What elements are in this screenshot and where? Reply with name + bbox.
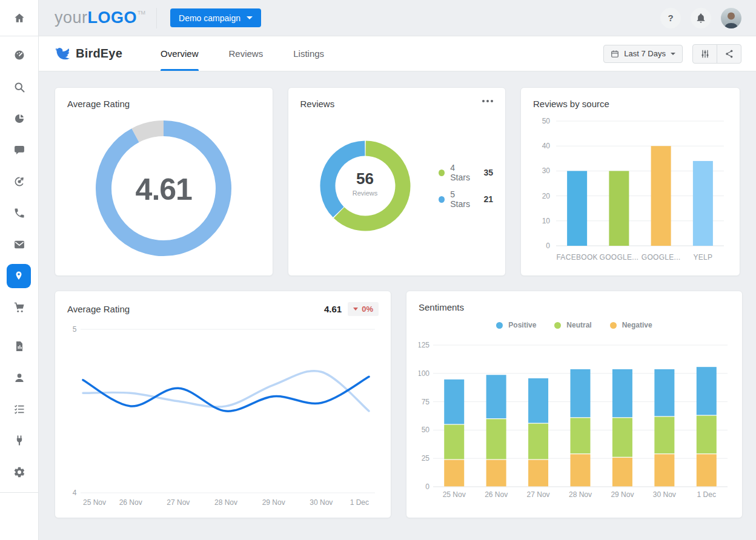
axis-tick-label: 10 xyxy=(542,217,551,225)
bell-icon xyxy=(695,13,706,24)
tab-listings[interactable]: Listings xyxy=(278,36,339,71)
bar-google... xyxy=(609,171,629,246)
legend-value: 35 xyxy=(483,168,493,177)
caret-down-icon xyxy=(671,53,675,55)
sidebar-item-calls[interactable] xyxy=(0,201,38,225)
legend-item-5-stars[interactable]: 5 Stars 21 xyxy=(439,189,494,209)
card-average-rating: Average Rating 4.61 xyxy=(55,87,273,276)
caret-down-icon xyxy=(247,16,253,19)
sidebar-item-messages[interactable] xyxy=(0,138,38,162)
axis-tick-label: 4 xyxy=(73,489,77,497)
tab-listings-label: Listings xyxy=(293,48,324,59)
legend-value: 21 xyxy=(483,194,493,204)
tab-reviews-label: Reviews xyxy=(229,48,264,59)
brand-logo: your LOGO TM xyxy=(55,8,145,27)
pie-chart-icon xyxy=(13,113,25,125)
stack-segment-negative xyxy=(444,460,464,487)
donut-center: 56 Reviews xyxy=(314,170,417,197)
date-range-label: Last 7 Days xyxy=(624,49,666,58)
stack-segment-positive xyxy=(571,369,591,417)
stack-segment-positive xyxy=(654,369,674,416)
search-icon xyxy=(13,81,25,93)
sidebar-item-integrations[interactable] xyxy=(0,429,38,453)
caret-down-icon xyxy=(353,308,358,311)
stack-segment-positive xyxy=(528,378,548,423)
top-header: your LOGO TM Demo campaign ? xyxy=(0,0,756,36)
more-options-icon[interactable] xyxy=(482,100,493,102)
card-reviews-by-source: Reviews by source 01020304050FACEBOOKGOO… xyxy=(520,87,740,276)
report-action-group xyxy=(692,44,741,64)
help-icon: ? xyxy=(668,13,673,23)
stack-segment-neutral xyxy=(571,418,591,453)
stack-segment-neutral xyxy=(486,419,506,459)
axis-tick-label: 30 xyxy=(542,166,551,175)
card-title: Reviews by source xyxy=(533,99,728,109)
legend-item-neutral[interactable]: Neutral xyxy=(554,321,591,329)
sidebar-item-dashboard[interactable] xyxy=(0,43,38,67)
bar-facebook xyxy=(567,171,587,246)
tab-reviews[interactable]: Reviews xyxy=(214,36,279,71)
help-button[interactable]: ? xyxy=(660,8,681,28)
trend-current-value: 4.61 xyxy=(324,304,342,314)
average-rating-line-chart: 4525 Nov26 Nov27 Nov28 Nov29 Nov30 Nov1 … xyxy=(67,320,379,510)
sidebar-item-home[interactable] xyxy=(0,12,39,24)
notifications-button[interactable] xyxy=(691,8,711,28)
stack-segment-negative xyxy=(571,454,591,486)
legend-item-negative[interactable]: Negative xyxy=(610,321,652,329)
sidebar-item-analytics[interactable] xyxy=(0,107,38,131)
target-arrow-icon xyxy=(13,176,25,188)
axis-tick-label: 50 xyxy=(542,117,551,125)
axis-tick-label: FACEBOOK xyxy=(556,253,597,262)
axis-tick-label: 1 Dec xyxy=(350,498,369,507)
report-tabs: Overview Reviews Listings xyxy=(145,36,339,71)
location-pin-icon xyxy=(13,271,24,282)
reviews-count-label: Reviews xyxy=(314,189,417,197)
share-button[interactable] xyxy=(717,45,741,63)
stack-segment-negative xyxy=(654,454,674,486)
stack-segment-positive xyxy=(612,369,632,417)
campaign-selector-button[interactable]: Demo campaign xyxy=(170,8,261,27)
birdeye-logo-icon xyxy=(55,46,70,62)
sidebar-item-commerce[interactable] xyxy=(0,295,38,320)
legend-item-positive[interactable]: Positive xyxy=(496,321,536,329)
legend-label: 4 Stars xyxy=(450,163,476,182)
axis-tick-label: 1 Dec xyxy=(697,490,716,499)
sidebar-item-campaigns[interactable] xyxy=(0,170,38,194)
card-title: Reviews xyxy=(300,99,494,109)
sidebar-item-locations[interactable] xyxy=(7,264,31,288)
date-range-button[interactable]: Last 7 Days xyxy=(603,45,683,63)
reviews-legend: 4 Stars 35 5 Stars 21 xyxy=(439,163,494,209)
sidebar-item-inbox[interactable] xyxy=(0,232,38,257)
bar-google... xyxy=(651,146,671,246)
sidebar-item-tasks[interactable] xyxy=(0,397,38,421)
reviews-by-source-bar-chart: 01020304050FACEBOOKGOOGLE...GOOGLE...YEL… xyxy=(533,113,728,265)
filters-button[interactable] xyxy=(693,45,717,63)
report-header: BirdEye Overview Reviews Listings Last 7… xyxy=(39,36,756,71)
average-rating-gauge-chart: 4.61 xyxy=(88,113,239,264)
axis-tick-label: 28 Nov xyxy=(569,490,592,499)
axis-tick-label: 25 Nov xyxy=(443,490,466,499)
sidebar-item-reports[interactable] xyxy=(0,334,38,358)
user-avatar[interactable] xyxy=(721,8,741,28)
chat-icon xyxy=(13,144,25,156)
stack-segment-neutral xyxy=(612,418,632,456)
tab-overview[interactable]: Overview xyxy=(145,36,214,71)
legend-item-4-stars[interactable]: 4 Stars 35 xyxy=(439,163,494,182)
card-title: Average Rating xyxy=(67,99,260,109)
phone-icon xyxy=(13,207,25,219)
birdeye-brand: BirdEye xyxy=(55,46,122,62)
header-divider xyxy=(156,8,157,28)
axis-tick-label: 27 Nov xyxy=(167,498,190,507)
dashboard-content: Average Rating 4.61 Reviews 56 Reviews xyxy=(39,71,756,540)
axis-tick-label: GOOGLE... xyxy=(642,253,681,262)
sidebar-item-contacts[interactable] xyxy=(0,366,38,390)
axis-tick-label: 30 Nov xyxy=(653,490,676,499)
sidebar-item-search[interactable] xyxy=(0,75,38,99)
stack-segment-neutral xyxy=(528,424,548,459)
sidebar-item-settings[interactable] xyxy=(0,460,38,484)
logo-trademark: TM xyxy=(138,10,145,16)
sliders-icon xyxy=(700,49,710,59)
legend-label: Positive xyxy=(508,321,536,329)
avatar-image xyxy=(721,8,741,28)
axis-tick-label: 26 Nov xyxy=(485,490,508,499)
